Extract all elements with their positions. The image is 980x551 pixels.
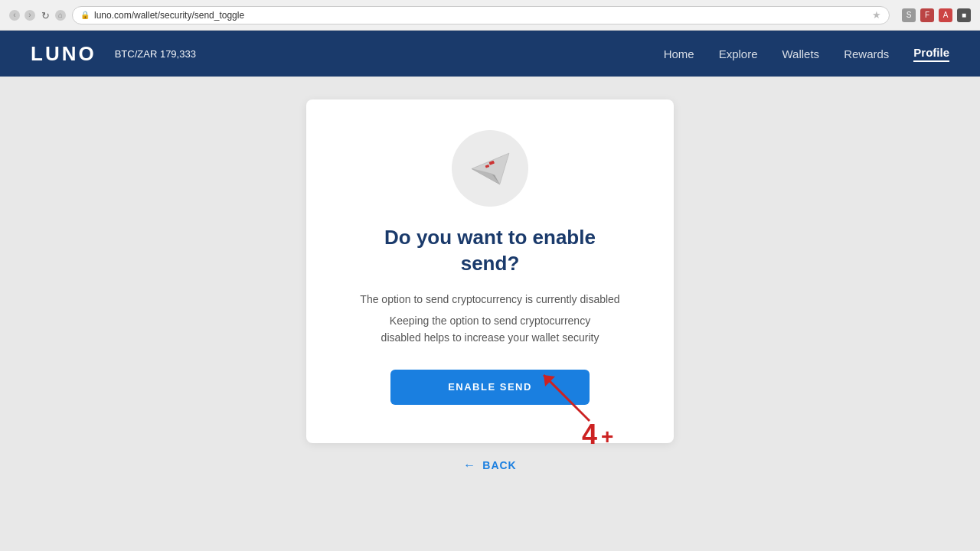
browser-controls: ‹ › ↻ ⌂ bbox=[9, 10, 66, 21]
address-bar[interactable]: 🔒 luno.com/wallet/security/send_toggle ★ bbox=[72, 6, 890, 24]
ext-icon-2[interactable]: F bbox=[920, 8, 934, 22]
bookmark-icon[interactable]: ★ bbox=[872, 9, 881, 21]
logo-text: LUNO bbox=[31, 42, 96, 65]
card-desc2: Keeping the option to send cryptocurrenc… bbox=[375, 312, 605, 347]
nav-explore[interactable]: Explore bbox=[719, 47, 758, 60]
refresh-btn[interactable]: ↻ bbox=[40, 10, 51, 21]
navbar: LUNO BTC/ZAR 179,333 Home Explore Wallet… bbox=[0, 31, 980, 77]
logo-area: LUNO BTC/ZAR 179,333 bbox=[31, 42, 196, 66]
back-browser-btn[interactable]: ‹ bbox=[9, 10, 20, 21]
forward-browser-btn[interactable]: › bbox=[24, 10, 35, 21]
luno-logo[interactable]: LUNO bbox=[31, 42, 96, 66]
card-title: Do you want to enable send? bbox=[368, 225, 612, 277]
url-text: luno.com/wallet/security/send_toggle bbox=[94, 10, 244, 21]
browser-extensions: S F A ■ bbox=[902, 8, 971, 22]
nav-wallets[interactable]: Wallets bbox=[782, 47, 820, 60]
back-label: BACK bbox=[482, 459, 516, 471]
nav-profile[interactable]: Profile bbox=[913, 46, 949, 62]
nav-home[interactable]: Home bbox=[664, 47, 694, 60]
paper-plane-illustration bbox=[466, 144, 515, 194]
card-desc1: The option to send cryptocurrency is cur… bbox=[360, 291, 619, 308]
btc-rate: BTC/ZAR 179,333 bbox=[115, 48, 196, 60]
ext-icon-3[interactable]: A bbox=[939, 8, 952, 22]
ext-icon-4[interactable]: ■ bbox=[957, 8, 971, 22]
home-browser-btn[interactable]: ⌂ bbox=[55, 10, 66, 21]
lock-icon: 🔒 bbox=[80, 11, 90, 19]
nav-links: Home Explore Wallets Rewards Profile bbox=[664, 46, 949, 62]
enable-send-button[interactable]: ENABLE SEND bbox=[390, 370, 590, 405]
enable-send-card: Do you want to enable send? The option t… bbox=[306, 99, 674, 443]
back-link[interactable]: ← BACK bbox=[463, 458, 516, 472]
svg-marker-0 bbox=[472, 153, 509, 184]
back-arrow-icon: ← bbox=[463, 458, 476, 472]
browser-chrome: ‹ › ↻ ⌂ 🔒 luno.com/wallet/security/send_… bbox=[0, 0, 980, 31]
ext-icon-1[interactable]: S bbox=[902, 8, 916, 22]
illustration-circle bbox=[452, 130, 528, 207]
page-content: Do you want to enable send? The option t… bbox=[0, 77, 980, 551]
nav-rewards[interactable]: Rewards bbox=[844, 47, 889, 60]
